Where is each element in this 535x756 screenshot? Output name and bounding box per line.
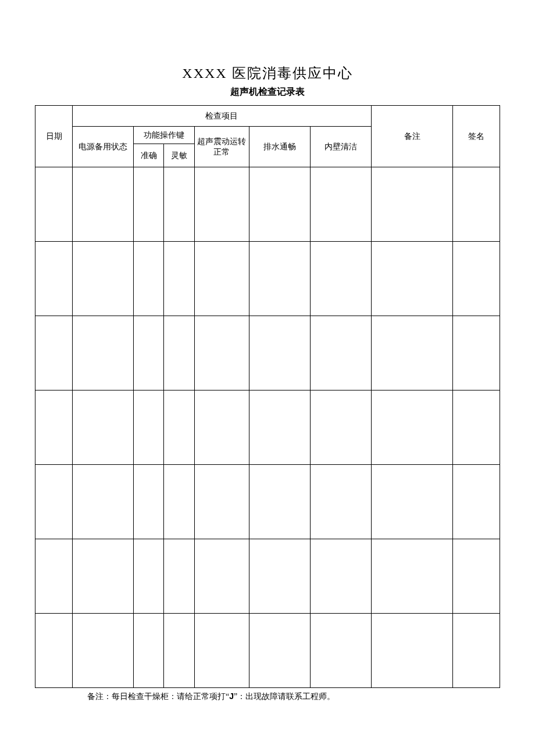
cell-sensitive[interactable] bbox=[164, 539, 194, 614]
cell-ultra[interactable] bbox=[194, 390, 249, 465]
cell-ultra[interactable] bbox=[194, 242, 249, 316]
cell-accurate[interactable] bbox=[134, 167, 164, 242]
footnote: 备注：每日检查干燥柜：请给正常项打“J”：出现故障请联系工程师。 bbox=[87, 691, 500, 702]
cell-drain[interactable] bbox=[249, 167, 311, 242]
cell-date[interactable] bbox=[35, 316, 73, 390]
cell-date[interactable] bbox=[35, 539, 73, 614]
cell-clean[interactable] bbox=[310, 316, 371, 390]
cell-clean[interactable] bbox=[310, 614, 371, 688]
cell-power[interactable] bbox=[73, 614, 134, 688]
cell-sensitive[interactable] bbox=[164, 242, 194, 316]
cell-remark[interactable] bbox=[371, 539, 453, 614]
cell-power[interactable] bbox=[73, 539, 134, 614]
footnote-prefix: 备注：每日检查干燥柜：请给正常项打“ bbox=[87, 692, 229, 701]
cell-ultra[interactable] bbox=[194, 316, 249, 390]
cell-sensitive[interactable] bbox=[164, 390, 194, 465]
cell-remark[interactable] bbox=[371, 614, 453, 688]
cell-ultra[interactable] bbox=[194, 465, 249, 539]
cell-sign[interactable] bbox=[453, 316, 500, 390]
cell-clean[interactable] bbox=[310, 167, 371, 242]
cell-accurate[interactable] bbox=[134, 465, 164, 539]
inspection-table: 日期 检查项目 备注 签名 电源备用状态 功能操作键 超声震动运转正常 排水通畅… bbox=[35, 105, 500, 688]
cell-power[interactable] bbox=[73, 242, 134, 316]
cell-power[interactable] bbox=[73, 390, 134, 465]
cell-power[interactable] bbox=[73, 167, 134, 242]
cell-sign[interactable] bbox=[453, 614, 500, 688]
cell-drain[interactable] bbox=[249, 614, 311, 688]
header-function-keys: 功能操作键 bbox=[134, 127, 195, 144]
header-signature: 签名 bbox=[453, 106, 500, 167]
cell-date[interactable] bbox=[35, 242, 73, 316]
header-power-status: 电源备用状态 bbox=[73, 127, 134, 167]
header-drain: 排水通畅 bbox=[249, 127, 311, 167]
cell-date[interactable] bbox=[35, 465, 73, 539]
table-row bbox=[35, 614, 500, 688]
cell-sign[interactable] bbox=[453, 242, 500, 316]
cell-power[interactable] bbox=[73, 316, 134, 390]
footnote-suffix: ”：出现故障请联系工程师。 bbox=[234, 692, 335, 701]
cell-sign[interactable] bbox=[453, 167, 500, 242]
header-ultrasonic: 超声震动运转正常 bbox=[194, 127, 249, 167]
cell-clean[interactable] bbox=[310, 242, 371, 316]
cell-ultra[interactable] bbox=[194, 167, 249, 242]
cell-date[interactable] bbox=[35, 390, 73, 465]
cell-sign[interactable] bbox=[453, 539, 500, 614]
cell-drain[interactable] bbox=[249, 390, 311, 465]
cell-sign[interactable] bbox=[453, 390, 500, 465]
cell-ultra[interactable] bbox=[194, 539, 249, 614]
cell-drain[interactable] bbox=[249, 539, 311, 614]
cell-accurate[interactable] bbox=[134, 316, 164, 390]
cell-accurate[interactable] bbox=[134, 614, 164, 688]
footnote-mark: J bbox=[229, 691, 234, 701]
cell-ultra[interactable] bbox=[194, 614, 249, 688]
cell-clean[interactable] bbox=[310, 465, 371, 539]
cell-clean[interactable] bbox=[310, 539, 371, 614]
cell-power[interactable] bbox=[73, 465, 134, 539]
cell-remark[interactable] bbox=[371, 167, 453, 242]
cell-clean[interactable] bbox=[310, 390, 371, 465]
table-row bbox=[35, 539, 500, 614]
cell-drain[interactable] bbox=[249, 465, 311, 539]
page-title-sub: 超声机检查记录表 bbox=[35, 86, 500, 98]
header-date: 日期 bbox=[35, 106, 73, 167]
cell-sensitive[interactable] bbox=[164, 167, 194, 242]
cell-remark[interactable] bbox=[371, 390, 453, 465]
cell-accurate[interactable] bbox=[134, 242, 164, 316]
header-inspection-items: 检查项目 bbox=[73, 106, 371, 127]
table-row bbox=[35, 167, 500, 242]
page-title-main: XXXX 医院消毒供应中心 bbox=[35, 64, 500, 83]
cell-date[interactable] bbox=[35, 167, 73, 242]
cell-sensitive[interactable] bbox=[164, 316, 194, 390]
header-inner-clean: 内壁清洁 bbox=[310, 127, 371, 167]
table-row bbox=[35, 242, 500, 316]
cell-remark[interactable] bbox=[371, 242, 453, 316]
table-row bbox=[35, 465, 500, 539]
cell-drain[interactable] bbox=[249, 316, 311, 390]
header-accurate: 准确 bbox=[134, 144, 164, 167]
cell-accurate[interactable] bbox=[134, 539, 164, 614]
header-sensitive: 灵敏 bbox=[164, 144, 194, 167]
header-remark: 备注 bbox=[371, 106, 453, 167]
cell-date[interactable] bbox=[35, 614, 73, 688]
table-row bbox=[35, 316, 500, 390]
cell-sign[interactable] bbox=[453, 465, 500, 539]
cell-drain[interactable] bbox=[249, 242, 311, 316]
cell-remark[interactable] bbox=[371, 465, 453, 539]
cell-sensitive[interactable] bbox=[164, 614, 194, 688]
cell-remark[interactable] bbox=[371, 316, 453, 390]
cell-accurate[interactable] bbox=[134, 390, 164, 465]
cell-sensitive[interactable] bbox=[164, 465, 194, 539]
table-row bbox=[35, 390, 500, 465]
